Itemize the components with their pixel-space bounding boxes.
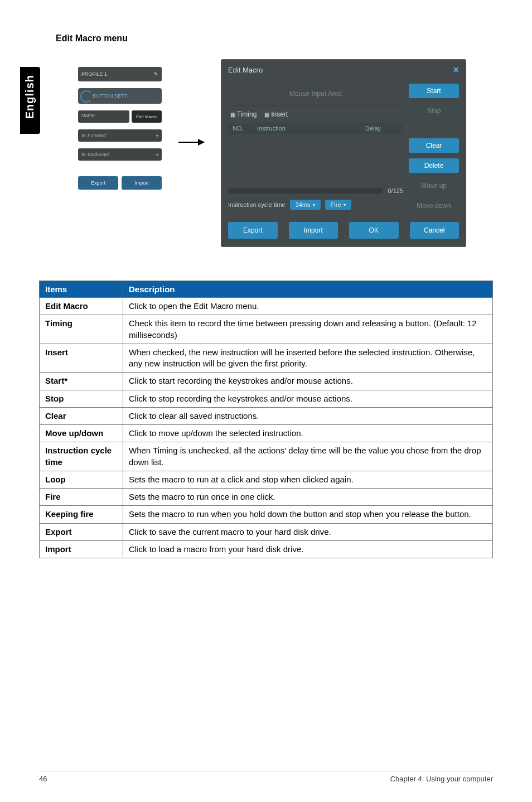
item-desc-cell: Click to clear all saved instructions.: [123, 407, 493, 424]
table-row: Start*Click to start recording the keyst…: [40, 373, 493, 390]
ie-backward-row[interactable]: IE Backward ▾: [78, 148, 162, 161]
table-header-description: Description: [123, 281, 493, 298]
clear-button[interactable]: Clear: [409, 138, 459, 153]
table-header-items: Items: [40, 281, 123, 298]
item-name-cell: Loop: [40, 471, 123, 488]
item-name-cell: Edit Macro: [40, 298, 123, 315]
profile-side-panel: PROFILE 1 ✎ BUTTON SETTI Name Edit Macro…: [78, 59, 162, 190]
tab-insert[interactable]: Insert: [264, 110, 288, 118]
name-label: Name: [78, 110, 129, 123]
screenshot-composite: PROFILE 1 ✎ BUTTON SETTI Name Edit Macro…: [78, 59, 493, 247]
item-name-cell: Export: [40, 523, 123, 540]
item-desc-cell: Check this item to record the time betwe…: [123, 315, 493, 344]
callout-arrow: [178, 142, 204, 143]
chevron-down-icon: ▾: [156, 133, 158, 138]
tab-timing[interactable]: Timing: [230, 110, 257, 118]
cycle-time-value: 24ms: [296, 201, 311, 208]
cycle-time-select[interactable]: 24ms ▾: [290, 200, 321, 210]
item-name-cell: Timing: [40, 315, 123, 344]
item-name-cell: Clear: [40, 407, 123, 424]
item-name-cell: Instruction cycle time: [40, 442, 123, 471]
table-row: StopClick to stop recording the keystrok…: [40, 390, 493, 407]
button-setting-label: BUTTON SETTI: [93, 93, 129, 99]
cycle-time-label: Instruction cycle time: [228, 201, 286, 208]
item-name-cell: Import: [40, 540, 123, 558]
instruction-list-header: NO. Instruction Delay: [228, 123, 403, 134]
item-desc-cell: Click to move up/down the selected instr…: [123, 425, 493, 442]
pencil-icon: ✎: [154, 71, 158, 77]
table-row: ExportClick to save the current macro to…: [40, 523, 493, 540]
ok-button[interactable]: OK: [349, 222, 399, 239]
profile-row[interactable]: PROFILE 1 ✎: [78, 67, 162, 81]
language-tab-label: English: [20, 67, 40, 127]
item-desc-cell: Click to save the current macro to your …: [123, 523, 493, 540]
side-import-button[interactable]: Import: [122, 176, 162, 190]
dialog-title: Edit Macro: [228, 66, 263, 74]
ie-forward-label: IE Forward: [81, 133, 106, 138]
item-desc-cell: Sets the macro to run at a click and sto…: [123, 471, 493, 488]
start-button[interactable]: Start: [409, 84, 459, 98]
mouse-input-area[interactable]: Mouse Input Area: [228, 81, 403, 106]
item-desc-cell: Click to open the Edit Macro menu.: [123, 298, 493, 315]
page-number: 46: [39, 775, 47, 783]
fire-mode-value: Fire: [331, 201, 341, 208]
chevron-down-icon: ▾: [156, 152, 158, 157]
chevron-down-icon: ▾: [344, 202, 346, 207]
item-name-cell: Fire: [40, 489, 123, 506]
table-row: Move up/downClick to move up/down the se…: [40, 425, 493, 442]
stop-button[interactable]: Stop: [409, 104, 459, 118]
item-desc-cell: Click to load a macro from your hard dis…: [123, 540, 493, 558]
table-row: InsertWhen checked, the new instruction …: [40, 344, 493, 373]
col-delay: Delay: [365, 125, 399, 132]
dialog-import-button[interactable]: Import: [289, 222, 338, 239]
ie-backward-label: IE Backward: [81, 152, 110, 157]
table-row: Edit MacroClick to open the Edit Macro m…: [40, 298, 493, 315]
move-up-button[interactable]: Move up: [409, 178, 459, 193]
list-scrollbar[interactable]: [228, 188, 383, 194]
item-name-cell: Stop: [40, 390, 123, 407]
item-name-cell: Keeping fire: [40, 506, 123, 523]
button-setting-row[interactable]: BUTTON SETTI: [78, 88, 162, 104]
table-row: LoopSets the macro to run at a click and…: [40, 471, 493, 488]
item-desc-cell: When checked, the new instruction will b…: [123, 344, 493, 373]
item-name-cell: Insert: [40, 344, 123, 373]
item-name-cell: Move up/down: [40, 425, 123, 442]
instruction-list[interactable]: [228, 134, 403, 184]
col-instruction: Instruction: [257, 125, 355, 132]
col-no: NO.: [233, 125, 247, 132]
edit-macro-dialog: Edit Macro × Mouse Input Area Timing Ins…: [221, 59, 466, 247]
item-desc-cell: Click to stop recording the keystrokes a…: [123, 390, 493, 407]
ie-forward-row[interactable]: IE Forward ▾: [78, 129, 162, 142]
table-row: ImportClick to load a macro from your ha…: [40, 540, 493, 558]
delete-button[interactable]: Delete: [409, 158, 459, 173]
move-down-button[interactable]: Move down: [409, 199, 459, 213]
table-row: Keeping fireSets the macro to run when y…: [40, 506, 493, 523]
dialog-export-button[interactable]: Export: [228, 222, 278, 239]
edit-macro-button[interactable]: Edit Macro: [132, 110, 162, 123]
cancel-button[interactable]: Cancel: [410, 222, 460, 239]
section-heading: Edit Macro menu: [56, 33, 493, 44]
chapter-label: Chapter 4: Using your computer: [390, 775, 493, 783]
item-desc-cell: Click to start recording the keystrokes …: [123, 373, 493, 390]
chevron-down-icon: ▾: [313, 202, 315, 207]
language-tab: English: [20, 67, 40, 134]
table-row: TimingCheck this item to record the time…: [40, 315, 493, 344]
item-desc-cell: Sets the macro to run once in one click.: [123, 489, 493, 506]
item-desc-cell: Sets the macro to run when you hold down…: [123, 506, 493, 523]
table-row: FireSets the macro to run once in one cl…: [40, 489, 493, 506]
macro-name-row: Name Edit Macro: [78, 110, 162, 123]
item-desc-cell: When Timing is unchecked, all the action…: [123, 442, 493, 471]
profile-label: PROFILE 1: [81, 71, 107, 77]
table-row: ClearClick to clear all saved instructio…: [40, 407, 493, 424]
table-row: Instruction cycle timeWhen Timing is unc…: [40, 442, 493, 471]
side-export-button[interactable]: Export: [78, 176, 118, 190]
item-name-cell: Start*: [40, 373, 123, 390]
list-count: 0/125: [388, 187, 403, 194]
close-icon[interactable]: ×: [453, 64, 459, 76]
fire-mode-select[interactable]: Fire ▾: [325, 200, 351, 210]
spacer: [409, 124, 459, 133]
items-description-table: Items Description Edit MacroClick to ope…: [39, 281, 493, 558]
page-footer: 46 Chapter 4: Using your computer: [39, 771, 493, 783]
